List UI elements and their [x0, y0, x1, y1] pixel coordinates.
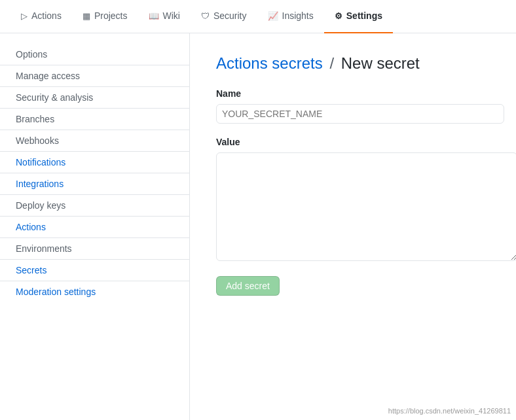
sidebar-item-actions[interactable]: Actions: [0, 217, 189, 238]
watermark: https://blog.csdn.net/weixin_41269811: [388, 407, 511, 415]
sidebar-item-moderation-settings[interactable]: Moderation settings: [0, 281, 189, 302]
value-field-group: Value: [216, 137, 490, 263]
breadcrumb-current: New secret: [341, 54, 420, 72]
top-nav: ▷ Actions ▦ Projects 📖 Wiki 🛡 Security 📈…: [0, 0, 516, 33]
settings-icon: ⚙: [335, 11, 342, 21]
nav-label-projects: Projects: [94, 10, 128, 21]
nav-label-wiki: Wiki: [163, 10, 180, 21]
nav-label-actions: Actions: [31, 10, 62, 21]
breadcrumb-link[interactable]: Actions secrets: [216, 54, 323, 72]
sidebar-item-security-analysis[interactable]: Security & analysis: [0, 87, 189, 109]
nav-label-insights: Insights: [282, 10, 314, 21]
sidebar-item-webhooks[interactable]: Webhooks: [0, 130, 189, 152]
insights-icon: 📈: [268, 11, 278, 21]
add-secret-button[interactable]: Add secret: [216, 276, 280, 296]
security-icon: 🛡: [201, 11, 210, 21]
content-area: Options Manage access Security & analysi…: [0, 33, 516, 420]
sidebar-item-deploy-keys[interactable]: Deploy keys: [0, 195, 189, 217]
nav-item-security[interactable]: 🛡 Security: [191, 0, 257, 33]
page-title: Actions secrets / New secret: [216, 54, 490, 73]
sidebar-item-branches[interactable]: Branches: [0, 109, 189, 130]
name-field-group: Name: [216, 88, 490, 124]
sidebar-item-manage-access[interactable]: Manage access: [0, 65, 189, 87]
nav-item-insights[interactable]: 📈 Insights: [257, 0, 324, 33]
sidebar-item-integrations[interactable]: Integrations: [0, 173, 189, 195]
nav-item-wiki[interactable]: 📖 Wiki: [138, 0, 191, 33]
wiki-icon: 📖: [149, 11, 159, 21]
breadcrumb-separator: /: [329, 54, 334, 72]
main-content: Actions secrets / New secret Name Value …: [190, 33, 516, 420]
value-label: Value: [216, 137, 490, 147]
nav-label-settings: Settings: [346, 10, 382, 21]
nav-item-settings[interactable]: ⚙ Settings: [324, 0, 393, 33]
nav-item-projects[interactable]: ▦ Projects: [72, 0, 138, 33]
projects-icon: ▦: [83, 11, 90, 21]
sidebar-item-options[interactable]: Options: [0, 44, 189, 65]
sidebar-item-notifications[interactable]: Notifications: [0, 152, 189, 173]
actions-icon: ▷: [21, 11, 28, 21]
settings-sidebar: Options Manage access Security & analysi…: [0, 33, 190, 420]
name-label: Name: [216, 88, 490, 99]
secret-name-input[interactable]: [216, 104, 504, 124]
sidebar-item-secrets[interactable]: Secrets: [0, 260, 189, 281]
nav-label-security: Security: [213, 10, 247, 21]
sidebar-item-environments[interactable]: Environments: [0, 238, 189, 260]
nav-item-actions[interactable]: ▷ Actions: [10, 0, 72, 33]
secret-value-textarea[interactable]: [216, 152, 516, 261]
